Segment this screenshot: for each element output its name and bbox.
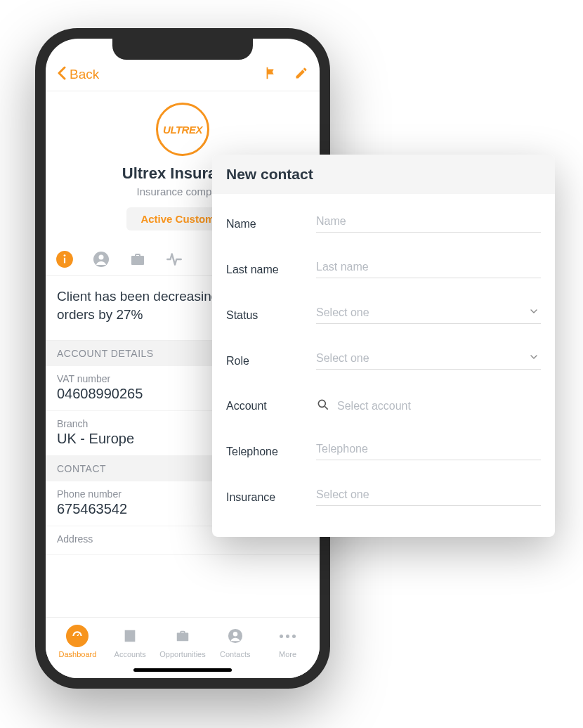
nav-accounts[interactable]: Accounts — [105, 625, 155, 658]
chevron-down-icon — [528, 351, 539, 365]
row-name: Name Name — [226, 201, 541, 247]
status-placeholder: Select one — [316, 306, 369, 319]
tab-briefcase[interactable] — [129, 250, 147, 268]
lastname-placeholder: Last name — [316, 261, 369, 273]
row-lastname: Last name Last name — [226, 247, 541, 292]
back-button[interactable]: Back — [57, 66, 99, 84]
svg-line-8 — [325, 407, 328, 410]
more-icon — [277, 625, 299, 647]
insurance-select[interactable]: Select one — [316, 488, 541, 506]
name-label: Name — [226, 218, 309, 230]
account-placeholder: Select account — [337, 400, 411, 412]
tab-info[interactable] — [55, 250, 74, 268]
telephone-input[interactable]: Telephone — [316, 443, 541, 460]
accounts-icon — [119, 625, 141, 647]
nav-more[interactable]: More — [263, 625, 313, 658]
svg-point-2 — [64, 254, 66, 256]
logo-text: ULTREX — [163, 124, 202, 136]
home-indicator — [133, 668, 232, 672]
telephone-label: Telephone — [226, 446, 309, 458]
tab-activity[interactable] — [165, 250, 183, 268]
lastname-label: Last name — [226, 264, 309, 276]
tab-person[interactable] — [92, 250, 110, 268]
chevron-left-icon — [57, 66, 67, 84]
account-logo: ULTREX — [156, 103, 209, 156]
phone-notch — [112, 39, 253, 60]
nav-dashboard[interactable]: Dashboard — [53, 625, 102, 658]
role-label: Role — [226, 355, 309, 368]
name-placeholder: Name — [316, 215, 346, 228]
back-label: Back — [70, 67, 99, 82]
svg-rect-1 — [64, 258, 65, 264]
name-input[interactable]: Name — [316, 215, 541, 233]
status-label: Status — [226, 309, 309, 322]
flag-icon[interactable] — [263, 65, 279, 84]
telephone-placeholder: Telephone — [316, 443, 368, 455]
row-role: Role Select one — [226, 338, 541, 384]
new-contact-panel: New contact Name Name Last name Last nam… — [212, 155, 555, 537]
nav-accounts-label: Accounts — [114, 650, 146, 658]
opportunities-icon — [171, 625, 194, 647]
lastname-input[interactable]: Last name — [316, 261, 541, 278]
panel-title: New contact — [212, 155, 555, 194]
role-select[interactable]: Select one — [316, 352, 541, 370]
nav-opportunities[interactable]: Opportunities — [158, 625, 207, 658]
svg-point-4 — [99, 255, 104, 260]
account-label: Account — [226, 400, 309, 412]
row-telephone: Telephone Telephone — [226, 429, 541, 474]
search-icon — [316, 398, 330, 415]
chevron-down-icon — [528, 306, 539, 320]
row-account: Account Select account — [226, 384, 541, 429]
contacts-icon — [224, 625, 247, 647]
edit-icon[interactable] — [294, 66, 308, 83]
row-insurance: Insurance Select one — [226, 474, 541, 520]
dashboard-icon — [66, 625, 89, 647]
insurance-placeholder: Select one — [316, 488, 369, 501]
nav-more-label: More — [279, 650, 296, 658]
nav-dashboard-label: Dashboard — [58, 650, 96, 658]
svg-point-6 — [233, 632, 237, 636]
svg-point-7 — [318, 400, 325, 407]
role-placeholder: Select one — [316, 352, 369, 365]
nav-contacts-label: Contacts — [220, 650, 250, 658]
insurance-label: Insurance — [226, 491, 309, 504]
status-select[interactable]: Select one — [316, 306, 541, 324]
nav-opportunities-label: Opportunities — [159, 650, 205, 658]
panel-body: Name Name Last name Last name Status Sel… — [212, 194, 555, 537]
row-status: Status Select one — [226, 292, 541, 338]
nav-contacts[interactable]: Contacts — [211, 625, 260, 658]
account-lookup[interactable]: Select account — [316, 398, 541, 415]
nav-right — [263, 65, 308, 84]
